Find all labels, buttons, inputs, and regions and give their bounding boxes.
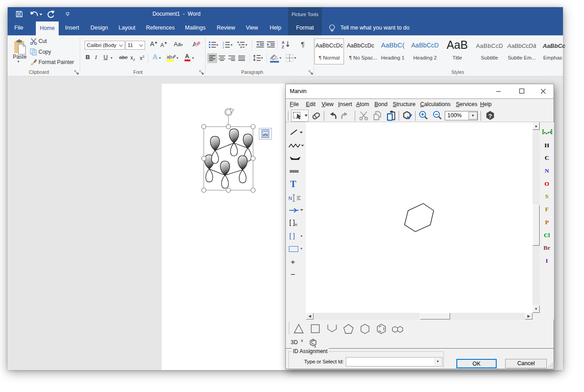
svg-text:3: 3 [223,46,224,48]
svg-text:Z: Z [282,45,284,49]
svg-text:A: A [282,40,284,45]
svg-text:?: ? [489,113,492,119]
svg-text:x: x [314,344,317,349]
svg-text:N: N [288,196,292,201]
svg-text:ab: ab [167,54,172,60]
